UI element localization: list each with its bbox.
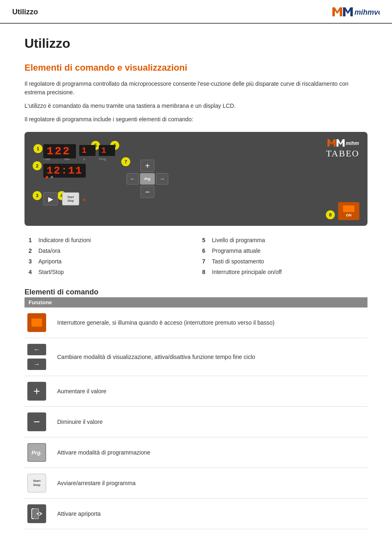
plus-icon: + [27,382,46,401]
svg-marker-3 [327,139,336,147]
dot-below-buttons [83,199,85,201]
command-row-on-switch: Interruttore generale, si illumina quand… [24,307,368,338]
cmd-text-arrows: Cambiare modalità di visualizzazione, at… [57,353,368,361]
label-item-4: 4 Start/Stop [29,267,194,276]
stop-label: Stop [67,199,74,203]
command-row-startstop: Start Stop Avviare/arrestare il programm… [24,468,368,499]
logo-area: mihmvogt [331,4,380,20]
labels-grid: 1 Indicatore di funzioni 5 Livello di pr… [24,236,368,276]
top-display-row: 122 1 1 [43,144,115,158]
page-title: Utilizzo [24,36,368,51]
cmd-icon-minus: − [24,412,49,431]
command-row-arrows: ← → Cambiare modalità di visualizzazione… [24,338,368,376]
circle-3: 3 [33,191,42,200]
arrows-col: ← → [27,344,46,370]
prog6-display: 1 [99,145,115,158]
svg-point-8 [37,513,38,515]
apriporta-device-btn[interactable]: ▶ [43,192,58,205]
seg-display-prog6: 1 [99,145,115,156]
minus-device-btn[interactable]: − [140,186,154,198]
plus-device-btn[interactable]: + [140,160,154,172]
label-num-1: 1 [29,237,35,243]
device-diagram: mihmvogt TABEO 1 5 6 2 3 4 7 8 122 [24,132,368,226]
intro-paragraph-2: L'utilizzo è comandato da menu tramite u… [24,102,368,110]
command-section-title: Elementi di comando [24,288,368,296]
label-item-1: 1 Indicatore di funzioni [29,236,194,245]
arrow-left-device-btn[interactable]: ← [127,173,139,185]
circle-2: 2 [33,161,42,170]
stop-icon-label: Stop [33,483,40,487]
command-row-apriporta: Attivare apriporta [24,499,368,529]
cmd-icon-startstop: Start Stop [24,474,49,492]
label-num-8: 8 [202,269,209,275]
prg-device-btn[interactable]: Prg [140,173,155,185]
command-row-minus: − Diminuire il valore [24,407,368,437]
label-item-3: 3 Apriporta [29,257,194,266]
label-text-4: Start/Stop [38,269,64,275]
nav-middle-row: ← Prg → [127,173,168,185]
arrow-left-icon: ← [27,344,46,355]
funzione-header: Funzione [24,297,368,307]
label-prog: Prog [99,157,106,161]
arrow-right-icon: → [27,359,46,370]
prg-icon: Prg. [27,443,46,462]
svg-marker-0 [332,7,342,16]
label-num-7: 7 [202,258,209,265]
circle-1: 1 [33,144,42,153]
page-header: Utilizzo mihmvogt [0,0,392,24]
on-switch-icon [27,313,46,332]
on-label: ON [346,213,352,217]
indicator-dots [46,176,53,178]
mihmvogt-logo: mihmvogt [331,4,380,20]
label-text-6: Programma attuale [212,247,261,254]
prog5-display: 1 [79,145,96,158]
seg-display-time: 12:11 [43,164,86,178]
seg-display-prog5: 1 [79,145,96,156]
label-text-7: Tasti di spostamento [212,258,264,265]
startstop-device-btn[interactable]: Start Stop [62,192,79,205]
label-item-8: 8 Interruttore principale on/off [202,267,368,276]
start-label: Start [67,195,74,199]
device-brand: TABEO [326,148,359,159]
label-s: s [83,157,85,161]
plus-btn-row: + [127,160,168,172]
label-text-1: Indicatore di funzioni [38,237,91,243]
on-light [343,205,354,212]
label-num-3: 3 [29,258,35,265]
apriporta-svg [31,508,42,519]
section-heading: Elementi di comando e visualizzazioni [24,62,368,73]
label-item-7: 7 Tasti di spostamento [202,257,368,266]
label-item-5: 5 Livello di programma [202,236,368,245]
cmd-icon-on-switch [24,313,49,332]
cmd-icon-apriporta [24,504,49,523]
label-min2: min [64,157,69,161]
on-switch-device[interactable]: ON [338,202,359,220]
circle-8: 8 [326,210,335,219]
command-row-plus: + Aumentare il valore [24,376,368,407]
arrow-right-device-btn[interactable]: → [156,173,168,185]
label-text-3: Apriporta [38,258,62,265]
cmd-text-plus: Aumentare il valore [57,387,368,396]
label-item-6: 6 Programma attuale [202,246,368,255]
cmd-text-minus: Diminuire il valore [57,418,368,426]
minus-btn-row: − [127,186,168,198]
svg-marker-1 [343,7,353,16]
on-switch-inner [31,319,42,327]
time-display-row: 12:11 [43,164,86,178]
small-labels-row: / min min s Prog [43,157,106,161]
label-num-2: 2 [29,247,35,254]
label-num-4: 4 [29,269,35,275]
label-item-2: 2 Data/ora [29,246,194,255]
label-text-2: Data/ora [38,247,60,254]
dot-2 [51,176,53,178]
minus-icon: − [27,412,46,431]
startstop-icon: Start Stop [27,474,46,492]
cmd-text-prg: Attivare modalità di programmazione [57,448,368,457]
device-buttons-row: ▶ Start Stop [43,192,85,205]
command-row-prg: Prg. Attivare modalità di programmazione [24,437,368,468]
nav-cluster: + ← Prg → − [127,160,168,198]
main-content: Utilizzo Elementi di comando e visualizz… [0,24,392,537]
cmd-icon-arrows: ← → [24,344,49,370]
cmd-icon-prg: Prg. [24,443,49,462]
seg-display-top: 122 [43,144,76,158]
